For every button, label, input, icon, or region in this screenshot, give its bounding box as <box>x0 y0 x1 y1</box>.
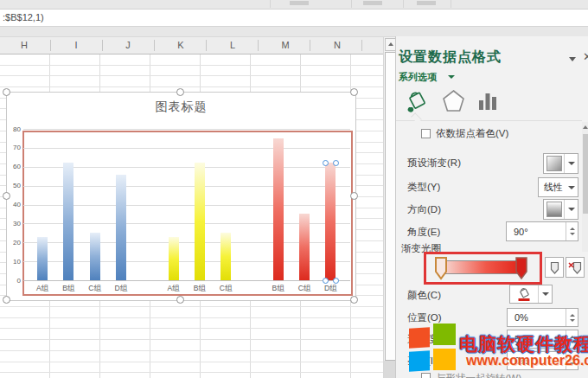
spin-down-icon[interactable] <box>570 233 575 235</box>
stop-position-label: 位置(O) <box>407 311 442 324</box>
bar-yellow-C组[interactable] <box>220 233 231 280</box>
ribbon-group-label-fragment <box>417 1 436 5</box>
tutorial-highlight-box <box>424 252 542 285</box>
color-by-point-checkbox[interactable] <box>421 129 431 138</box>
column-header-H[interactable]: H <box>11 40 37 50</box>
data-point-handle[interactable] <box>323 160 329 166</box>
bar-yellow-B组[interactable] <box>195 163 205 280</box>
brightness-spinner[interactable]: 0% <box>507 351 578 370</box>
chart-object[interactable]: 图表标题 01020304050607080A组B组C组D组A组B组C组B组C组… <box>6 92 356 301</box>
chart-selection-handle[interactable] <box>3 88 10 96</box>
brightness-value: 0% <box>508 356 566 366</box>
transparency-value: 50% <box>508 334 566 344</box>
spin-up-icon[interactable] <box>570 336 575 338</box>
gridline <box>23 129 350 130</box>
bar-blue-A组[interactable] <box>37 237 48 280</box>
bar-red-B组[interactable] <box>273 138 284 280</box>
remove-gradient-stop-button[interactable] <box>566 257 585 278</box>
bar-red-D组[interactable] <box>325 163 336 280</box>
chart-selection-handle[interactable] <box>350 88 358 96</box>
angle-spinner[interactable]: 90° <box>506 221 578 241</box>
ribbon-bottom-edge <box>0 0 588 10</box>
spin-up-icon[interactable] <box>570 314 575 317</box>
y-tick-label: 10 <box>8 258 21 266</box>
stop-color-button[interactable] <box>509 285 553 304</box>
x-category-label: A组 <box>30 284 54 294</box>
chart-selection-handle[interactable] <box>176 88 184 96</box>
divider <box>396 120 582 121</box>
chart-selection-handle[interactable] <box>350 192 358 200</box>
chevron-down-icon <box>568 162 575 165</box>
column-header-J[interactable]: J <box>115 40 141 50</box>
formula-bar[interactable]: :$B$12,1) <box>0 10 588 27</box>
bar-red-C组[interactable] <box>299 214 310 280</box>
arrow-up-icon <box>388 42 393 46</box>
x-category-label: B组 <box>266 284 291 294</box>
stop-brightness-label: 亮度(I) <box>407 355 437 368</box>
bar-yellow-A组[interactable] <box>169 237 179 280</box>
column-header-K[interactable]: K <box>168 40 194 50</box>
column-header-separator <box>310 40 310 51</box>
gradient-type-value: 线性 <box>539 181 565 194</box>
gradient-swatch-icon <box>546 156 562 171</box>
rotate-with-shape-checkbox[interactable] <box>421 373 431 378</box>
worksheet-vertical-scrollbar[interactable] <box>383 37 396 378</box>
chevron-down-icon[interactable] <box>569 57 576 61</box>
ribbon-group-separator <box>270 0 271 8</box>
chart-plot: 01020304050607080A组B组C组D组A组B组C组B组C组D组 <box>7 93 355 300</box>
paint-drip <box>408 107 414 112</box>
formula-text[interactable]: :$B$12,1) <box>3 12 44 22</box>
chart-selection-handle[interactable] <box>3 192 10 200</box>
ribbon-group-separator <box>351 0 352 8</box>
column-header-L[interactable]: L <box>220 40 246 50</box>
spin-down-icon[interactable] <box>570 319 575 322</box>
gradient-type-label: 类型(Y) <box>407 181 440 194</box>
add-gradient-stop-button[interactable] <box>545 257 564 278</box>
format-data-point-pane: 设置数据点格式 ✕ 系列选项 <box>395 36 588 378</box>
preset-gradient-dropdown[interactable] <box>543 153 578 174</box>
data-point-handle[interactable] <box>333 160 339 166</box>
stop-color-label: 颜色(C) <box>407 289 441 302</box>
column-header-I[interactable]: I <box>63 40 89 50</box>
x-category-label: C组 <box>214 284 238 294</box>
gradient-type-dropdown[interactable]: 线性 <box>538 177 578 197</box>
spin-up-icon[interactable] <box>570 227 575 230</box>
bar-chart-icon[interactable] <box>477 90 498 112</box>
column-header-row: HIJKLMN <box>0 37 383 54</box>
y-tick-label: 30 <box>8 220 21 227</box>
close-icon[interactable]: ✕ <box>583 50 588 63</box>
pane-scrollbar[interactable] <box>582 122 588 252</box>
column-header-separator <box>206 40 207 51</box>
bar-blue-D组[interactable] <box>116 175 126 281</box>
data-point-handle[interactable] <box>323 278 329 284</box>
column-header-separator <box>258 40 259 51</box>
ribbon-group-label-fragment <box>363 1 382 5</box>
chart-selection-handle[interactable] <box>176 296 184 304</box>
chart-selection-handle[interactable] <box>350 296 358 304</box>
gradient-direction-dropdown[interactable] <box>543 199 578 220</box>
spin-down-icon[interactable] <box>570 362 575 365</box>
pentagon-icon[interactable] <box>442 89 465 112</box>
transparency-spinner[interactable]: 50% <box>507 330 578 349</box>
series-options-dropdown[interactable]: 系列选项 <box>399 71 437 84</box>
gridline <box>23 148 350 149</box>
chevron-down-icon <box>568 186 575 189</box>
position-spinner[interactable]: 0% <box>507 308 578 327</box>
bar-blue-B组[interactable] <box>63 163 74 280</box>
spin-down-icon[interactable] <box>570 341 575 343</box>
bar-blue-C组[interactable] <box>90 233 100 280</box>
position-value: 0% <box>508 312 566 323</box>
pane-scrollbar-thumb[interactable] <box>583 134 588 214</box>
color-by-point-label[interactable]: 依数据点着色(V) <box>436 127 508 140</box>
spin-up-icon[interactable] <box>570 357 575 360</box>
pane-title: 设置数据点格式 <box>399 48 502 67</box>
scrollbar-track-bottom[interactable] <box>384 361 396 378</box>
column-header-N[interactable]: N <box>324 40 350 50</box>
rotate-with-shape-label[interactable]: 与形状一起旋转(W) <box>436 372 521 378</box>
x-category-label: C组 <box>292 284 316 294</box>
chart-selection-handle[interactable] <box>3 296 10 304</box>
column-header-M[interactable]: M <box>272 40 298 50</box>
paint-bucket-icon[interactable] <box>403 86 432 116</box>
data-point-handle[interactable] <box>333 278 339 284</box>
x-category-label: D组 <box>318 284 342 294</box>
